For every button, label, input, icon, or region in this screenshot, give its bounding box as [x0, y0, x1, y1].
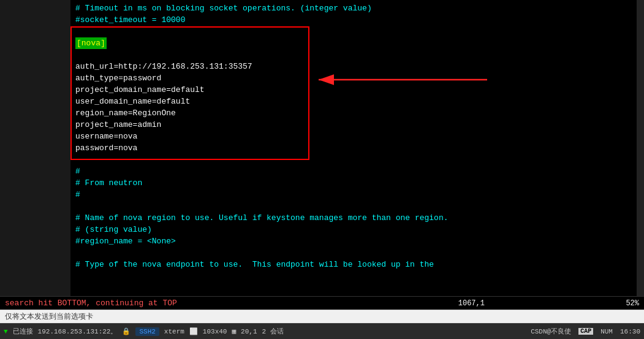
code-line-22: [75, 247, 632, 259]
code-line-20: # (string value): [75, 224, 632, 235]
terminal-size: 103x40: [203, 328, 227, 335]
scrollbar[interactable]: [637, 0, 644, 296]
sessions-count: 2 会话: [262, 327, 284, 336]
code-line-8: project_domain_name=default: [75, 84, 632, 96]
inline-send-text: 仅将文本发送到当前选项卡: [5, 311, 93, 322]
code-line-18: [75, 200, 632, 212]
code-line-9: user_domain_name=default: [75, 96, 632, 107]
connected-status: ▼: [4, 328, 8, 335]
code-line-21: #region_name = <None>: [75, 235, 632, 247]
xterm-label: xterm: [164, 328, 184, 335]
code-line-14: [75, 154, 632, 166]
grid-icon: ▦: [232, 327, 236, 335]
cap-indicator: CAP: [578, 328, 593, 335]
terminal-content[interactable]: # Timeout in ms on blocking socket opera…: [70, 0, 637, 296]
taskbar-right-info: CSDN@不良使 CAP NUM 16:30: [531, 327, 640, 336]
code-line-17: #: [75, 189, 632, 200]
section-nova: [nova]: [75, 37, 107, 49]
code-line-15: #: [75, 166, 632, 177]
inline-send-bar: 仅将文本发送到当前选项卡: [0, 310, 644, 323]
code-line-12: username=nova: [75, 131, 632, 142]
line-gutter: [0, 0, 70, 296]
code-line-7: auth_type=password: [75, 72, 632, 84]
code-line-19: # Name of nova region to use. Useful if …: [75, 212, 632, 224]
status-bar: search hit BOTTOM, continuing at TOP 106…: [0, 296, 644, 310]
main-container: # Timeout in ms on blocking socket opera…: [0, 0, 644, 339]
code-line-16: # From neutron: [75, 177, 632, 189]
terminal-area: # Timeout in ms on blocking socket opera…: [0, 0, 644, 296]
csdn-user: CSDN@不良使: [531, 327, 571, 336]
status-position: 1067,1 52%: [458, 299, 639, 308]
code-line-5: [75, 49, 632, 61]
size-icon: ⬜: [189, 327, 198, 335]
code-line-11: project_name=admin: [75, 119, 632, 131]
code-line-1: # Timeout in ms on blocking socket opera…: [75, 2, 632, 14]
num-indicator: NUM: [600, 328, 613, 335]
clock: 16:30: [620, 328, 640, 335]
code-line-2: #socket_timeout = 10000: [75, 14, 632, 26]
code-line-13: password=nova: [75, 142, 632, 154]
status-search-text: search hit BOTTOM, continuing at TOP: [5, 299, 177, 308]
code-line-23: # Type of the nova endpoint to use. This…: [75, 259, 632, 270]
code-line-4: [nova]: [75, 37, 632, 49]
connection-bar: ▼ 已连接 192.168.253.131:22。 🔒 SSH2 xterm ⬜…: [0, 323, 644, 339]
code-line-10: region_name=RegionOne: [75, 107, 632, 119]
ssh-badge: SSH2: [135, 327, 159, 336]
connection-address: 192.168.253.131:22。: [38, 327, 118, 336]
connected-label: 已连接: [13, 327, 33, 336]
code-line-6: auth_url=http://192.168.253.131:35357: [75, 61, 632, 72]
lock-icon: 🔒: [122, 327, 131, 335]
cursor-pos: 20,1: [241, 328, 257, 335]
code-line-3: [75, 26, 632, 37]
